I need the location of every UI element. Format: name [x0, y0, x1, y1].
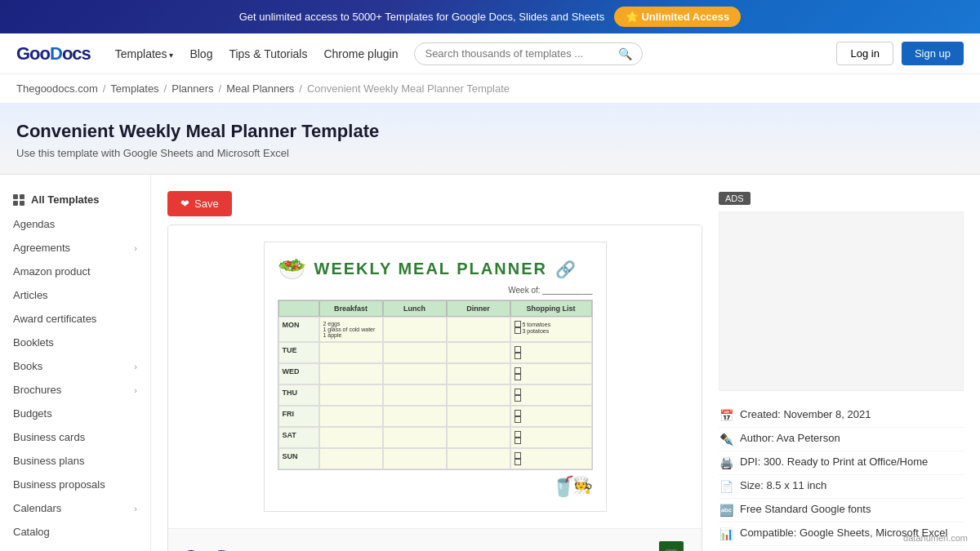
- calendar-icon: 📅: [719, 408, 733, 423]
- page-header: Convenient Weekly Meal Planner Template …: [0, 103, 980, 175]
- sidebar-item-business-plans[interactable]: Business plans: [0, 449, 150, 473]
- font-icon: 🔤: [719, 503, 733, 518]
- unlimited-access-button[interactable]: Unlimited Access: [614, 7, 742, 27]
- chevron-right-icon: ›: [134, 504, 137, 513]
- pen-icon: ✒️: [719, 432, 733, 447]
- breadcrumb-templates[interactable]: Templates: [110, 82, 158, 95]
- sidebar-item-books[interactable]: Books ›: [0, 354, 150, 378]
- nav-blog[interactable]: Blog: [189, 47, 212, 60]
- sidebar-item-calendars[interactable]: Calendars ›: [0, 496, 150, 520]
- meal-planner-title: WEEKLY MEAL PLANNER: [314, 260, 547, 278]
- footer-logo: GooDocs: [185, 547, 272, 552]
- sheets-box: [659, 541, 684, 551]
- meta-fonts: 🔤 Free Standard Google fonts: [719, 499, 964, 522]
- meta-created: 📅 Created: November 8, 2021: [719, 404, 964, 428]
- sidebar-item-business-proposals[interactable]: Business proposals: [0, 473, 150, 496]
- breadcrumb-home[interactable]: Thegoodocs.com: [16, 82, 98, 95]
- breadcrumb-sep-3: /: [219, 82, 222, 95]
- sidebar-item-award-certificates[interactable]: Award certificates: [0, 307, 150, 331]
- nav-chrome[interactable]: Chrome plugin: [323, 47, 398, 60]
- nav-templates[interactable]: Templates: [115, 47, 174, 60]
- sidebar-item-agendas[interactable]: Agendas: [0, 212, 150, 236]
- content-area: Save 🥗 WEEKLY MEAL PLANNER 🔗 Week of: __…: [151, 175, 980, 551]
- sidebar-item-agreements[interactable]: Agreements ›: [0, 236, 150, 260]
- ads-badge: ADS: [719, 192, 751, 205]
- chevron-right-icon: ›: [134, 385, 137, 395]
- logo[interactable]: GooDocs: [16, 43, 91, 64]
- sidebar-item-brochures[interactable]: Brochures ›: [0, 378, 150, 402]
- template-preview: 🥗 WEEKLY MEAL PLANNER 🔗 Week of: _______…: [167, 224, 702, 551]
- nav-right: Log in Sign up: [836, 42, 964, 65]
- sidebar-item-budgets[interactable]: Budgets: [0, 402, 150, 425]
- sidebar-item-booklets[interactable]: Booklets: [0, 331, 150, 354]
- breadcrumb-planners[interactable]: Planners: [172, 82, 213, 95]
- sidebar: All Templates Agendas Agreements › Amazo…: [0, 175, 151, 551]
- navbar: GooDocs Templates Blog Tips & Tutorials …: [0, 33, 980, 74]
- nav-links: Templates Blog Tips & Tutorials Chrome p…: [115, 47, 399, 60]
- nav-tips[interactable]: Tips & Tutorials: [229, 47, 307, 60]
- page-subtitle: Use this template with Google Sheets and…: [16, 147, 964, 159]
- save-btn-container: Save: [167, 191, 702, 216]
- breadcrumb-sep-1: /: [103, 82, 106, 95]
- watermark: datanumen.com: [895, 529, 976, 547]
- grid-icon: [13, 194, 24, 206]
- meta-size: 📄 Size: 8.5 x 11 inch: [719, 475, 964, 499]
- search-input[interactable]: [425, 47, 618, 60]
- breadcrumb-current: Convenient Weekly Meal Planner Template: [307, 82, 510, 95]
- search-bar: 🔍: [414, 42, 643, 65]
- breadcrumb: Thegoodocs.com / Templates / Planners / …: [0, 74, 980, 103]
- size-icon: 📄: [719, 479, 733, 494]
- sidebar-item-amazon[interactable]: Amazon product: [0, 260, 150, 283]
- sidebar-item-articles[interactable]: Articles: [0, 283, 150, 307]
- sidebar-all-templates[interactable]: All Templates: [0, 187, 150, 212]
- all-templates-label: All Templates: [31, 193, 100, 206]
- printer-icon: 🖨️: [719, 455, 733, 470]
- breadcrumb-sep-4: /: [299, 82, 302, 95]
- info-panel: ADS 📅 Created: November 8, 2021 ✒️ Autho…: [719, 191, 964, 551]
- main-layout: All Templates Agendas Agreements › Amazo…: [0, 175, 980, 551]
- chevron-right-icon: ›: [134, 243, 137, 253]
- meta-author: ✒️ Author: Ava Peterson: [719, 428, 964, 451]
- breadcrumb-sep-2: /: [164, 82, 167, 95]
- sheets-icon-container: Sheets: [657, 541, 685, 551]
- sidebar-item-catalog[interactable]: Catalog: [0, 520, 150, 544]
- signup-button[interactable]: Sign up: [902, 42, 964, 65]
- banner-text: Get unlimited access to 5000+ Templates …: [239, 11, 604, 23]
- chevron-right-icon: ›: [134, 362, 137, 371]
- breadcrumb-meal-planners[interactable]: Meal Planners: [226, 82, 294, 95]
- meta-dpi: 🖨️ DPI: 300. Ready to Print at Office/Ho…: [719, 451, 964, 475]
- sidebar-item-certificates[interactable]: Certificates ›: [0, 544, 150, 551]
- template-image: 🥗 WEEKLY MEAL PLANNER 🔗 Week of: _______…: [168, 225, 702, 528]
- template-footer: GooDocs www.thegoodocs.com Sheets: [168, 528, 702, 551]
- search-icon: 🔍: [618, 47, 632, 60]
- sidebar-item-business-cards[interactable]: Business cards: [0, 425, 150, 449]
- top-banner: Get unlimited access to 5000+ Templates …: [0, 0, 980, 33]
- page-title: Convenient Weekly Meal Planner Template: [16, 121, 964, 142]
- template-section: Save 🥗 WEEKLY MEAL PLANNER 🔗 Week of: __…: [167, 191, 702, 551]
- login-button[interactable]: Log in: [836, 42, 893, 65]
- save-template-button[interactable]: Save: [167, 191, 232, 216]
- ads-space: [719, 211, 964, 391]
- compatible-icon: 📊: [719, 527, 733, 541]
